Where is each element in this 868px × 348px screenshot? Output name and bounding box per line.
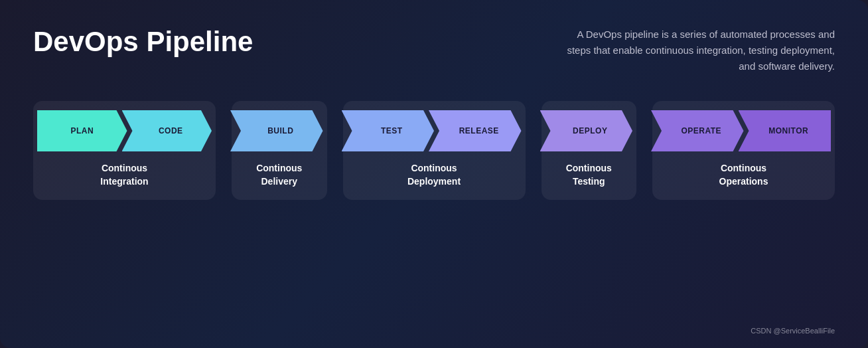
stage-label-test: TEST — [373, 126, 403, 135]
stage-label-deploy: DEPLOY — [565, 126, 607, 135]
stage-label-plan: PLAN — [70, 126, 94, 135]
stage-test: TEST — [342, 110, 435, 151]
stage-monitor: MONITOR — [739, 110, 832, 151]
stage-release: RELEASE — [429, 110, 522, 151]
group-label-ci: ContinousIntegration — [100, 162, 148, 188]
group-box-ci: PLANCODEContinousIntegration — [33, 101, 216, 200]
group-label-cdep: ContinousDeployment — [407, 162, 461, 188]
group-label-ct: ContinousTesting — [566, 162, 612, 188]
group-label-co: ContinousOperations — [719, 162, 768, 188]
header-section: DevOps Pipeline A DevOps pipeline is a s… — [33, 27, 835, 74]
stage-label-code: CODE — [151, 126, 183, 135]
main-container: DevOps Pipeline A DevOps pipeline is a s… — [0, 0, 868, 348]
stage-build: BUILD — [230, 110, 323, 151]
stage-deploy: DEPLOY — [540, 110, 633, 151]
page-title: DevOps Pipeline — [33, 27, 253, 57]
group-box-ct: DEPLOYContinousTesting — [542, 101, 637, 200]
description-text: A DevOps pipeline is a series of automat… — [556, 27, 835, 74]
group-box-cdep: TESTRELEASEContinousDeployment — [343, 101, 526, 200]
group-box-co: OPERATEMONITORContinousOperations — [652, 101, 835, 200]
stage-operate: OPERATE — [651, 110, 744, 151]
stage-plan: PLAN — [37, 110, 127, 151]
group-label-cd: ContinousDelivery — [256, 162, 302, 188]
stage-label-monitor: MONITOR — [760, 126, 808, 135]
stage-label-release: RELEASE — [451, 126, 499, 135]
stage-label-build: BUILD — [259, 126, 293, 135]
group-box-cd: BUILDContinousDelivery — [232, 101, 327, 200]
stage-label-operate: OPERATE — [673, 126, 721, 135]
stage-code: CODE — [122, 110, 212, 151]
footer-credit: CSDN @ServiceBealliFile — [751, 327, 835, 335]
pipeline-groups: PLANCODEContinousIntegrationBUILDContino… — [33, 101, 835, 200]
